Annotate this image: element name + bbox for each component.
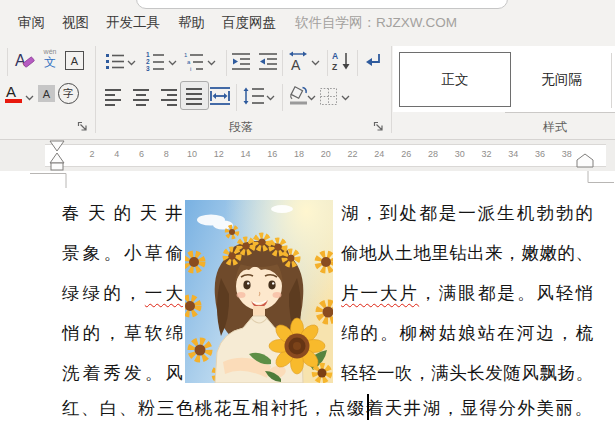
clear-format-icon[interactable]: A: [13, 49, 37, 73]
show-marks-icon[interactable]: [363, 51, 383, 71]
text-line[interactable]: 悄的，草软绵: [62, 313, 183, 353]
text-segment: 洗着秀发。风: [62, 363, 183, 383]
borders-icon[interactable]: [319, 87, 338, 106]
ribbon-chrome: 审阅 视图 开发工具 帮助 百度网盘 软件自学网：RJZXW.COM A wén…: [0, 0, 615, 140]
text-line[interactable]: 洗着秀发。风: [62, 353, 183, 393]
text-line-bottom[interactable]: 红、白、粉三色桃花互相衬托，点缀着天井湖，显得分外美丽。: [62, 388, 592, 428]
document-page[interactable]: 春天的天井景象。小草偷绿绿的，一大悄的，草软绵洗着秀发。风: [0, 171, 615, 447]
svg-text:A: A: [291, 57, 301, 72]
separator: [391, 46, 392, 133]
separator: [611, 53, 612, 108]
menu-baidu-netdisk[interactable]: 百度网盘: [222, 14, 276, 32]
pinyin-guide-icon[interactable]: wén 文: [39, 47, 61, 69]
brand-text: 软件自学网：RJZXW.COM: [295, 14, 457, 32]
text-segment: 绵的。柳树姑娘站在河边，梳: [341, 323, 593, 343]
separator: [226, 50, 227, 76]
font-color-icon[interactable]: A: [3, 83, 23, 104]
text-line[interactable]: 景象。小草偷: [62, 233, 183, 273]
menu-developer[interactable]: 开发工具: [106, 14, 160, 32]
menu-view[interactable]: 视图: [62, 14, 89, 32]
word-processor-window: 审阅 视图 开发工具 帮助 百度网盘 软件自学网：RJZXW.COM A wén…: [0, 0, 615, 447]
chevron-down-icon[interactable]: [307, 95, 316, 101]
svg-text:3: 3: [146, 65, 150, 71]
first-line-indent-marker[interactable]: [50, 141, 64, 151]
menu-help[interactable]: 帮助: [178, 14, 205, 32]
svg-text:1: 1: [184, 52, 188, 58]
justify-icon[interactable]: [185, 86, 203, 106]
svg-text:Z: Z: [332, 62, 337, 72]
spellcheck-segment: 一大: [145, 283, 183, 303]
text-line[interactable]: 绵的。柳树姑娘站在河边，梳: [341, 313, 593, 353]
paragraph-group-label: 段落: [229, 119, 253, 136]
search-box[interactable]: [136, 0, 508, 9]
sunflower-girl-image[interactable]: [185, 200, 333, 383]
horizontal-ruler: 2468101214161820222426283032343638: [0, 140, 615, 171]
multilevel-list-icon[interactable]: 1ai: [184, 51, 204, 71]
text-cursor: [367, 394, 369, 420]
hanging-indent-marker[interactable]: [50, 153, 64, 163]
chevron-down-icon[interactable]: [168, 60, 177, 66]
text-line[interactable]: 湖，到处都是一派生机勃勃的: [341, 193, 593, 233]
text-line[interactable]: 轻轻一吹，满头长发随风飘扬。: [341, 353, 593, 393]
svg-text:i: i: [190, 66, 191, 71]
chevron-down-icon[interactable]: [207, 60, 216, 66]
text-segment: 悄的，草软绵: [62, 323, 183, 343]
text-line[interactable]: 片一大片，满眼都是。风轻悄: [341, 273, 593, 313]
dialog-launcher-icon[interactable]: [373, 121, 384, 132]
sort-icon[interactable]: AZ: [331, 50, 353, 72]
svg-text:a: a: [187, 59, 191, 65]
text-segment: 偷地从土地里钻出来，嫩嫩的、: [341, 243, 593, 263]
separator: [95, 46, 96, 133]
pinyin-bottom: 文: [39, 56, 61, 69]
spellcheck-segment: 片一大片: [341, 283, 419, 303]
enclose-character-icon[interactable]: 字: [58, 83, 79, 104]
numbering-icon[interactable]: 123: [145, 51, 165, 71]
margin-corner-marks: [0, 171, 615, 193]
style-no-spacing[interactable]: 无间隔: [513, 52, 610, 107]
svg-text:A: A: [6, 83, 16, 100]
character-shading-icon[interactable]: A: [38, 85, 55, 102]
text-segment: 春天的天井: [62, 203, 183, 223]
text-column-left: 春天的天井景象。小草偷绿绿的，一大悄的，草软绵洗着秀发。风: [62, 193, 183, 393]
distribute-icon[interactable]: [209, 85, 231, 107]
svg-text:A: A: [332, 51, 338, 61]
separator: [357, 50, 358, 76]
text-line[interactable]: 春天的天井: [62, 193, 183, 233]
line-spacing-icon[interactable]: [242, 85, 266, 107]
chevron-down-icon[interactable]: [311, 60, 320, 66]
increase-indent-icon[interactable]: [258, 51, 278, 71]
svg-text:1: 1: [146, 51, 150, 58]
styles-group-label: 样式: [543, 119, 567, 136]
ruler-markers: [0, 140, 615, 171]
text-segment: 轻轻一吹，满头长发随风飘扬。: [341, 363, 593, 383]
menu-review[interactable]: 审阅: [18, 14, 45, 32]
separator: [282, 50, 283, 76]
character-border-icon[interactable]: A: [65, 51, 84, 70]
decrease-indent-icon[interactable]: [231, 51, 251, 71]
chevron-down-icon[interactable]: [127, 60, 136, 66]
text-segment: 湖，到处都是一派生机勃勃的: [341, 203, 593, 223]
separator: [7, 48, 8, 76]
text-line[interactable]: 偷地从土地里钻出来，嫩嫩的、: [341, 233, 593, 273]
chevron-down-icon[interactable]: [25, 95, 34, 101]
dialog-launcher-icon[interactable]: [77, 121, 88, 132]
chevron-down-icon[interactable]: [266, 95, 275, 101]
right-indent-marker[interactable]: [577, 154, 593, 167]
text-segment: 绿绿的，: [62, 283, 145, 303]
style-normal[interactable]: 正文: [399, 52, 511, 107]
asian-layout-icon[interactable]: A: [287, 50, 311, 72]
text-line[interactable]: 绿绿的，一大: [62, 273, 183, 313]
text-segment: 景象。小草偷: [62, 243, 183, 263]
separator: [282, 84, 283, 111]
text-segment: ，满眼都是。风轻悄: [419, 283, 593, 303]
separator: [236, 84, 237, 111]
align-right-icon[interactable]: [160, 87, 178, 107]
separator: [505, 112, 615, 113]
align-left-icon[interactable]: [104, 87, 122, 107]
chevron-down-icon[interactable]: [341, 95, 350, 101]
separator: [327, 50, 328, 76]
bullets-icon[interactable]: [105, 51, 125, 71]
align-center-icon[interactable]: [132, 87, 150, 107]
left-indent-marker[interactable]: [51, 163, 63, 170]
svg-text:2: 2: [146, 58, 150, 65]
